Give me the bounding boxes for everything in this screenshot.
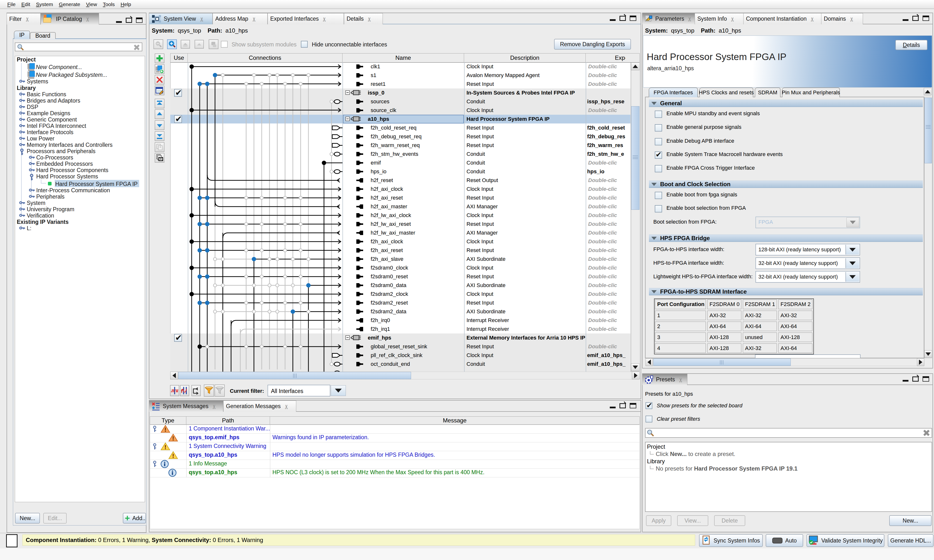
svg-text:f: f bbox=[181, 388, 183, 394]
